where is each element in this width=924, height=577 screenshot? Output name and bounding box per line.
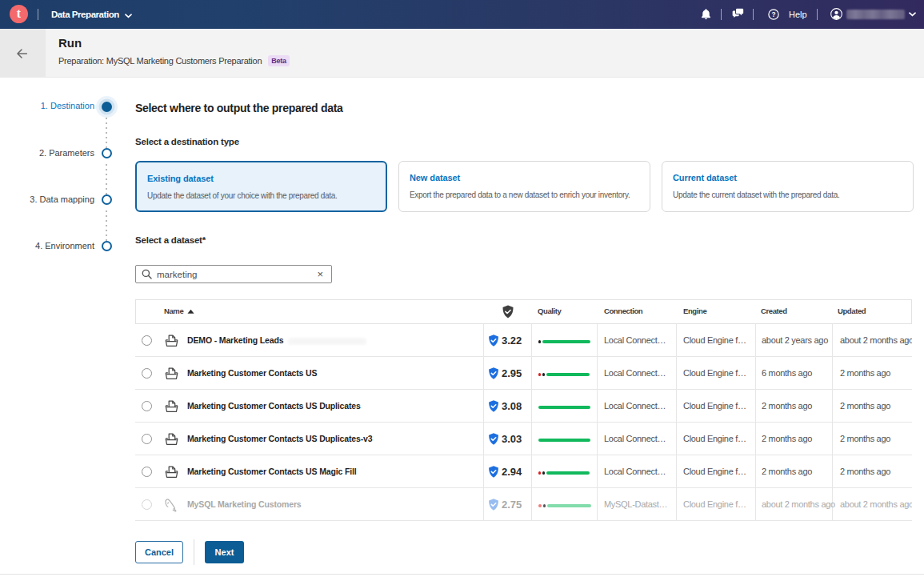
svg-text:?: ? [771, 10, 775, 18]
